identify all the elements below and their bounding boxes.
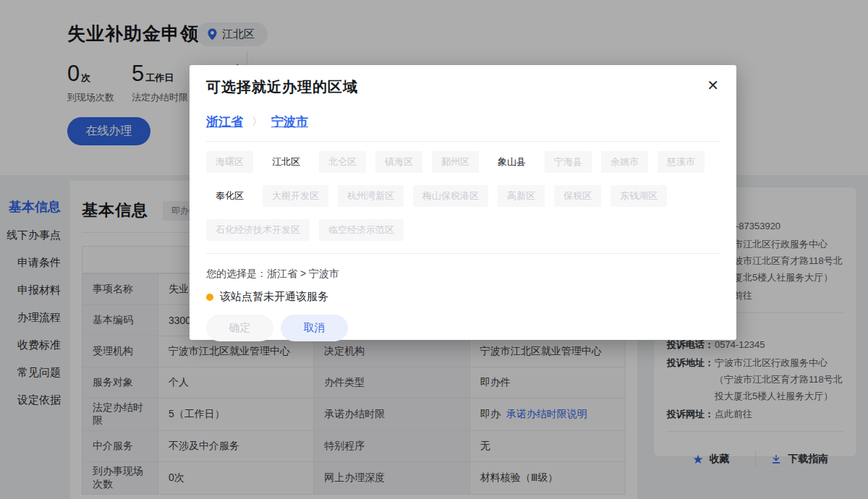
- modal-divider-bottom: [206, 253, 720, 254]
- screen: 失业补助金申领 江北区 0次到现场次数5工作日法定办结时限即办承诺办结时限 在线…: [0, 0, 868, 499]
- district-button-镇海区: 镇海区: [375, 151, 422, 173]
- district-button-高新区: 高新区: [498, 185, 545, 207]
- district-button-临空经济示范区: 临空经济示范区: [319, 219, 404, 241]
- district-row-0: 海曙区江北区北仑区镇海区鄞州区象山县宁海县余姚市慈溪市: [206, 151, 720, 173]
- district-button-象山县[interactable]: 象山县: [488, 151, 535, 173]
- district-button-北仑区: 北仑区: [319, 151, 366, 173]
- breadcrumb-separator: 〉: [252, 115, 263, 129]
- district-button-慈溪市: 慈溪市: [658, 151, 705, 173]
- area-select-modal: 可选择就近办理的区域 ✕ 浙江省 〉 宁波市 海曙区江北区北仑区镇海区鄞州区象山…: [190, 65, 736, 340]
- district-button-余姚市: 余姚市: [601, 151, 648, 173]
- selection-text: 您的选择是：浙江省 > 宁波市: [206, 268, 720, 281]
- area-breadcrumb: 浙江省 〉 宁波市: [206, 114, 720, 130]
- modal-divider-top: [206, 141, 720, 142]
- district-row-2: 石化经济技术开发区临空经济示范区: [206, 219, 720, 241]
- cancel-button[interactable]: 取消: [281, 315, 348, 341]
- modal-actions: 确定 取消: [206, 315, 720, 341]
- district-button-海曙区: 海曙区: [206, 151, 253, 173]
- district-grid: 海曙区江北区北仑区镇海区鄞州区象山县宁海县余姚市慈溪市奉化区大榭开发区杭州湾新区…: [206, 151, 720, 241]
- district-row-1: 奉化区大榭开发区杭州湾新区梅山保税港区高新区保税区东钱湖区: [206, 185, 720, 207]
- breadcrumb-province-link[interactable]: 浙江省: [206, 114, 243, 130]
- district-button-大榭开发区: 大榭开发区: [263, 185, 328, 207]
- district-button-奉化区[interactable]: 奉化区: [206, 185, 253, 207]
- warning-text: 该站点暂未开通该服务: [220, 290, 328, 304]
- district-button-梅山保税港区: 梅山保税港区: [413, 185, 488, 207]
- district-button-鄞州区: 鄞州区: [432, 151, 479, 173]
- warning-line: 该站点暂未开通该服务: [206, 290, 720, 304]
- district-button-保税区: 保税区: [554, 185, 601, 207]
- modal-title: 可选择就近办理的区域: [206, 65, 720, 97]
- breadcrumb-city-link[interactable]: 宁波市: [271, 114, 308, 130]
- district-button-东钱湖区: 东钱湖区: [610, 185, 667, 207]
- district-button-杭州湾新区: 杭州湾新区: [338, 185, 404, 207]
- district-button-江北区[interactable]: 江北区: [263, 151, 310, 173]
- confirm-button[interactable]: 确定: [206, 315, 273, 341]
- close-icon[interactable]: ✕: [704, 75, 722, 95]
- district-button-宁海县: 宁海县: [545, 151, 592, 173]
- warning-dot-icon: [206, 294, 213, 301]
- district-button-石化经济技术开发区: 石化经济技术开发区: [206, 219, 310, 241]
